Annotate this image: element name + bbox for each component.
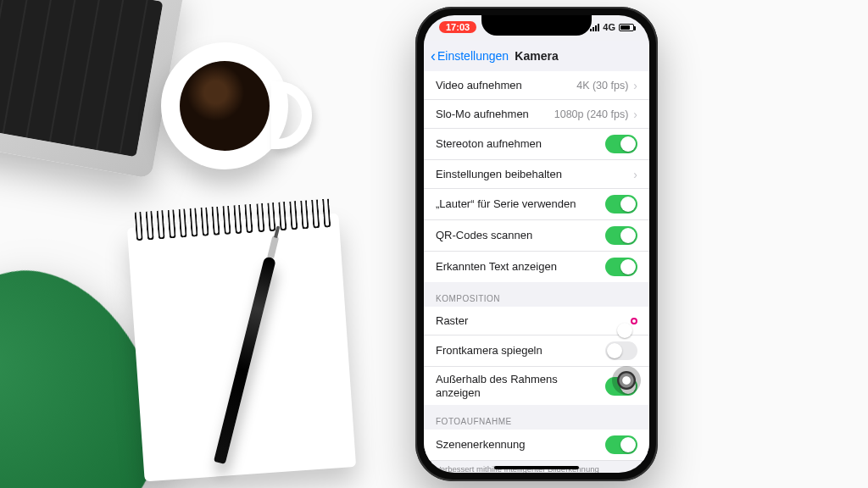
toggle-text[interactable] (605, 258, 637, 276)
settings-content[interactable]: Video aufnehmen 4K (30 fps) › Slo-Mo auf… (424, 71, 649, 473)
row-label: Außerhalb des Rahmens anzeigen (436, 373, 605, 399)
home-indicator[interactable] (494, 466, 579, 469)
assistive-touch-button[interactable] (612, 366, 641, 395)
row-label: Frontkamera spiegeln (436, 344, 605, 358)
back-button[interactable]: ‹ Einstellungen (431, 41, 509, 71)
toggle-qr[interactable] (605, 226, 637, 245)
row-label: Video aufnehmen (436, 79, 576, 92)
row-grid: Raster (424, 307, 649, 336)
row-video-record[interactable]: Video aufnehmen 4K (30 fps) › (424, 71, 649, 100)
chevron-right-icon: › (633, 108, 637, 121)
notebook-rings (135, 198, 331, 242)
row-label: Slo-Mo aufnehmen (436, 108, 554, 121)
phone-frame: 17:03 4G ‹ Einstellungen Kamera Video au… (415, 7, 658, 481)
group-main: Video aufnehmen 4K (30 fps) › Slo-Mo auf… (424, 71, 649, 282)
laptop-decor (0, 0, 185, 179)
row-label: Raster (436, 314, 631, 328)
row-detected-text: Erkannten Text anzeigen (424, 252, 649, 282)
notch (481, 15, 592, 36)
nav-bar: ‹ Einstellungen Kamera (424, 41, 649, 71)
battery-icon (619, 24, 634, 31)
phone-screen: 17:03 4G ‹ Einstellungen Kamera Video au… (424, 15, 649, 473)
toggle-mirror[interactable] (605, 341, 637, 360)
toggle-louder[interactable] (605, 195, 637, 214)
chevron-right-icon: › (633, 79, 637, 92)
row-label: QR-Codes scannen (436, 229, 605, 242)
group-photocapture: FOTOAUFNAHME Szenenerkennung Verbessert … (424, 405, 649, 473)
row-stereo: Stereoton aufnehmen (424, 129, 649, 160)
row-value: 1080p (240 fps) (554, 108, 629, 120)
highlight-box (631, 318, 637, 324)
chevron-right-icon: › (633, 168, 637, 181)
page-title: Kamera (515, 49, 558, 63)
row-preserve-settings[interactable]: Einstellungen beibehalten › (424, 160, 649, 189)
row-label: Stereoton aufnehmen (436, 137, 605, 151)
coffee-cup-decor (161, 42, 288, 169)
row-label: Einstellungen beibehalten (436, 168, 633, 181)
row-label: Szenenerkennung (436, 438, 605, 452)
row-mirror-front: Frontkamera spiegeln (424, 336, 649, 367)
row-label: „Lauter“ für Serie verwenden (436, 197, 605, 211)
row-qr-scan: QR-Codes scannen (424, 220, 649, 252)
row-slomo-record[interactable]: Slo-Mo aufnehmen 1080p (240 fps) › (424, 100, 649, 129)
row-louder-burst: „Lauter“ für Serie verwenden (424, 189, 649, 220)
chevron-left-icon: ‹ (431, 48, 436, 64)
row-value: 4K (30 fps) (576, 80, 628, 92)
back-label: Einstellungen (437, 49, 509, 63)
signal-icon (590, 24, 599, 31)
network-label: 4G (603, 22, 615, 32)
assistive-touch-icon (617, 371, 636, 390)
toggle-scene[interactable] (605, 435, 637, 454)
toggle-stereo[interactable] (605, 135, 637, 153)
row-scene-detection: Szenenerkennung (424, 430, 649, 461)
group-header: KOMPOSITION (424, 282, 649, 307)
row-label: Erkannten Text anzeigen (436, 260, 605, 274)
recording-time-pill[interactable]: 17:03 (439, 21, 476, 33)
group-header: FOTOAUFNAHME (424, 405, 649, 430)
